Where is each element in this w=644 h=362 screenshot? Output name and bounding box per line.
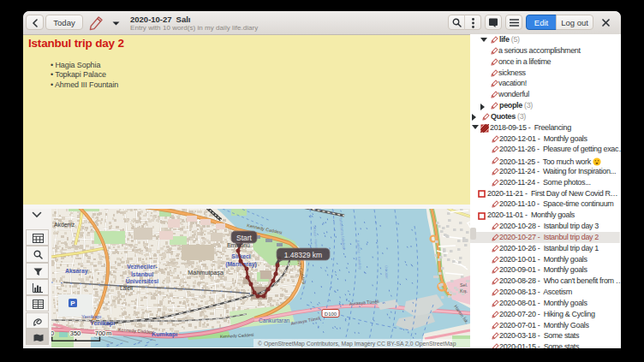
svg-text:P: P (70, 300, 75, 307)
svg-text:Kış.: Kış. (460, 288, 468, 294)
svg-text:Sirkeci: Sirkeci (231, 253, 250, 259)
svg-text:© OpenStreetMap Contributors,: © OpenStreetMap Contributors, Map Imager… (258, 341, 456, 347)
svg-text:D100: D100 (325, 311, 337, 316)
svg-text:Aksaray: Aksaray (65, 268, 88, 275)
svg-text:Yenikapı: Yenikapı (90, 319, 115, 327)
svg-text:Mahmutpaşa: Mahmutpaşa (188, 269, 224, 276)
svg-text:0: 0 (51, 329, 54, 336)
svg-text:Akdeniz: Akdeniz (54, 222, 75, 228)
svg-text:m: m (106, 329, 111, 336)
svg-text:Cankurtaran: Cankurtaran (259, 317, 290, 323)
svg-text:Kumkapı: Kumkapı (152, 330, 177, 338)
svg-text:Vezneciler-: Vezneciler- (127, 264, 158, 270)
svg-text:Start: Start (236, 233, 253, 241)
svg-text:İstanbul: İstanbul (131, 270, 153, 276)
svg-text:Üniversitesi: Üniversitesi (126, 277, 159, 284)
svg-text:Yenikapı: Yenikapı (81, 313, 102, 319)
svg-text:1.48329 km: 1.48329 km (284, 250, 322, 258)
svg-text:350: 350 (70, 329, 81, 336)
svg-text:Laleli: Laleli (120, 285, 133, 291)
svg-text:Sel.: Sel. (460, 282, 468, 288)
svg-text:700: 700 (95, 329, 106, 336)
